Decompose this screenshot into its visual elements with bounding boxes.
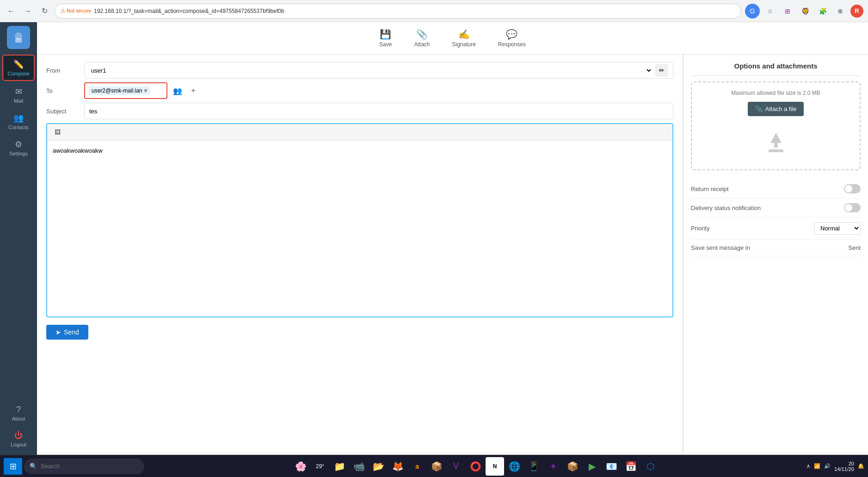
forward-button[interactable]: → bbox=[21, 5, 34, 18]
remove-recipient-button[interactable]: × bbox=[144, 87, 148, 94]
image-button[interactable]: 🖼 bbox=[51, 126, 64, 139]
notifications-icon[interactable]: 🔔 bbox=[858, 463, 864, 469]
taskbar-app-mail[interactable]: 📧 bbox=[602, 457, 621, 476]
message-body[interactable]: awoakwoakwoakw bbox=[47, 141, 672, 316]
taskbar-app-purple[interactable]: ✦ bbox=[544, 457, 562, 476]
attach-button[interactable]: 📎 Attach bbox=[410, 27, 433, 50]
extensions-icon[interactable]: ⊞ bbox=[780, 4, 795, 19]
sidebar-item-mail[interactable]: ✉ Mail bbox=[2, 83, 35, 107]
priority-select[interactable]: Normal bbox=[814, 222, 861, 235]
to-input-box[interactable]: user2@smk-mail.lan × bbox=[84, 82, 167, 99]
add-contacts-button[interactable]: 👥 bbox=[171, 84, 184, 97]
subject-row: Subject bbox=[46, 103, 673, 119]
send-button[interactable]: ➤ Send bbox=[46, 325, 88, 340]
delivery-status-label: Delivery status notification bbox=[691, 204, 844, 211]
taskbar-app-chrome[interactable]: 🌐 bbox=[505, 457, 523, 476]
save-sent-row: Save sent message in Sent bbox=[691, 240, 861, 256]
taskbar-app-dropbox[interactable]: 📦 bbox=[427, 457, 446, 476]
taskbar-app-meet[interactable]: 📹 bbox=[350, 457, 368, 476]
bookmark-icon[interactable]: ☆ bbox=[763, 4, 777, 19]
mail-icon: ✉ bbox=[15, 87, 22, 97]
sidebar-item-contacts[interactable]: 👥 Contacts bbox=[2, 109, 35, 134]
sidebar: ✏️ Compose ✉ Mail 👥 Contacts ⚙ Settings … bbox=[0, 22, 37, 455]
taskbar-app-terminal[interactable]: ▶ bbox=[583, 457, 601, 476]
signature-button[interactable]: ✍ Signature bbox=[448, 27, 479, 50]
profile-icon[interactable]: ⊕ bbox=[833, 4, 848, 19]
taskbar-up-arrow[interactable]: ∧ bbox=[806, 463, 810, 469]
delivery-status-row: Delivery status notification bbox=[691, 198, 861, 217]
svg-rect-2 bbox=[769, 149, 783, 152]
svg-marker-3 bbox=[770, 133, 782, 148]
search-icon: 🔍 bbox=[30, 463, 37, 470]
sidebar-logout-label: Logout bbox=[11, 442, 26, 447]
sidebar-item-about[interactable]: ? About bbox=[2, 401, 35, 425]
add-recipient-button[interactable]: + bbox=[187, 84, 200, 97]
sidebar-settings-label: Settings bbox=[9, 151, 28, 156]
from-row: From user1 ✏ bbox=[46, 62, 673, 79]
return-receipt-label: Return receipt bbox=[691, 186, 844, 192]
recipient-tag: user2@smk-mail.lan × bbox=[89, 87, 150, 95]
taskbar-app-violet[interactable]: V bbox=[447, 457, 465, 476]
save-sent-value: Sent bbox=[848, 244, 861, 251]
taskbar-app-folder[interactable]: 📁 bbox=[330, 457, 349, 476]
message-editor: 🖼 awoakwoakwoakw bbox=[46, 123, 673, 317]
taskbar-app-box[interactable]: 📦 bbox=[563, 457, 582, 476]
save-button[interactable]: 💾 Save bbox=[376, 27, 395, 50]
start-button[interactable]: ⊞ bbox=[4, 458, 22, 475]
logout-icon: ⏻ bbox=[14, 431, 23, 440]
taskbar-app-flower[interactable]: 🌸 bbox=[291, 457, 310, 476]
delivery-status-toggle[interactable] bbox=[844, 203, 861, 212]
from-select[interactable]: user1 bbox=[89, 67, 653, 74]
to-label: To bbox=[46, 87, 79, 94]
search-input[interactable] bbox=[41, 463, 139, 470]
responses-icon: 💬 bbox=[506, 29, 517, 40]
signature-icon: ✍ bbox=[458, 29, 470, 40]
send-label: Send bbox=[64, 328, 79, 336]
taskbar-app-weather[interactable]: 29° bbox=[311, 457, 329, 476]
to-row: To user2@smk-mail.lan × 👥 + bbox=[46, 82, 673, 99]
subject-input[interactable] bbox=[84, 103, 673, 119]
url-text: 192.168.10.1/?_task=mail&_action=compose… bbox=[94, 8, 284, 14]
to-actions: 👥 + bbox=[171, 84, 200, 97]
editor-toolbar: 🖼 bbox=[47, 124, 672, 141]
clock-time: 20 bbox=[834, 461, 854, 466]
taskbar-app-circle[interactable]: ⭕ bbox=[466, 457, 485, 476]
from-field: user1 ✏ bbox=[84, 62, 673, 79]
options-panel: Options and attachments Maximum allowed … bbox=[683, 55, 868, 455]
reload-button[interactable]: ↻ bbox=[38, 5, 51, 18]
taskbar-app-firefox[interactable]: 🦊 bbox=[388, 457, 407, 476]
extensions2-icon[interactable]: 🧩 bbox=[815, 4, 830, 19]
send-icon: ➤ bbox=[55, 328, 61, 336]
attach-file-button[interactable]: 📎 Attach a file bbox=[748, 102, 804, 116]
google-icon[interactable]: G bbox=[745, 4, 760, 19]
taskbar-app-notion[interactable]: N bbox=[486, 457, 504, 476]
app-container: ✏️ Compose ✉ Mail 👥 Contacts ⚙ Settings … bbox=[0, 22, 868, 455]
address-bar[interactable]: ⚠ Not secure 192.168.10.1/?_task=mail&_a… bbox=[55, 4, 741, 19]
brave-icon[interactable]: 🦁 bbox=[798, 4, 813, 19]
sidebar-about-label: About bbox=[12, 416, 25, 421]
taskbar-apps: 🌸 29° 📁 📹 📂 🦊 a 📦 V ⭕ N 🌐 📱 ✦ 📦 ▶ 📧 📅 ⬡ bbox=[146, 457, 805, 476]
taskbar-search[interactable]: 🔍 bbox=[24, 458, 144, 474]
sidebar-item-compose[interactable]: ✏️ Compose bbox=[2, 55, 35, 81]
return-receipt-toggle[interactable] bbox=[844, 184, 861, 193]
back-button[interactable]: ← bbox=[5, 5, 18, 18]
taskbar-app-files[interactable]: 📂 bbox=[369, 457, 388, 476]
save-icon: 💾 bbox=[380, 29, 391, 40]
sidebar-item-settings[interactable]: ⚙ Settings bbox=[2, 136, 35, 160]
priority-row: Priority Normal bbox=[691, 217, 861, 240]
volume-icon: 🔊 bbox=[824, 463, 831, 469]
taskbar-app-vscode[interactable]: ⬡ bbox=[641, 457, 659, 476]
taskbar-app-whatsapp[interactable]: 📱 bbox=[524, 457, 543, 476]
taskbar-app-amazon[interactable]: a bbox=[408, 457, 426, 476]
taskbar-time: 20 14/11/20 bbox=[834, 461, 854, 472]
sidebar-bottom: ? About ⏻ Logout bbox=[2, 401, 35, 451]
browser-bar: ← → ↻ ⚠ Not secure 192.168.10.1/?_task=m… bbox=[0, 0, 868, 22]
responses-button[interactable]: 💬 Responses bbox=[494, 27, 529, 50]
edit-from-button[interactable]: ✏ bbox=[655, 64, 668, 77]
user-avatar[interactable]: R bbox=[850, 5, 863, 18]
taskbar-app-calendar[interactable]: 📅 bbox=[622, 457, 640, 476]
sidebar-contacts-label: Contacts bbox=[8, 124, 28, 130]
sidebar-item-logout[interactable]: ⏻ Logout bbox=[2, 427, 35, 451]
security-warning: ⚠ Not secure bbox=[61, 8, 91, 14]
browser-icons: G ☆ ⊞ 🦁 🧩 ⊕ R bbox=[745, 4, 863, 19]
